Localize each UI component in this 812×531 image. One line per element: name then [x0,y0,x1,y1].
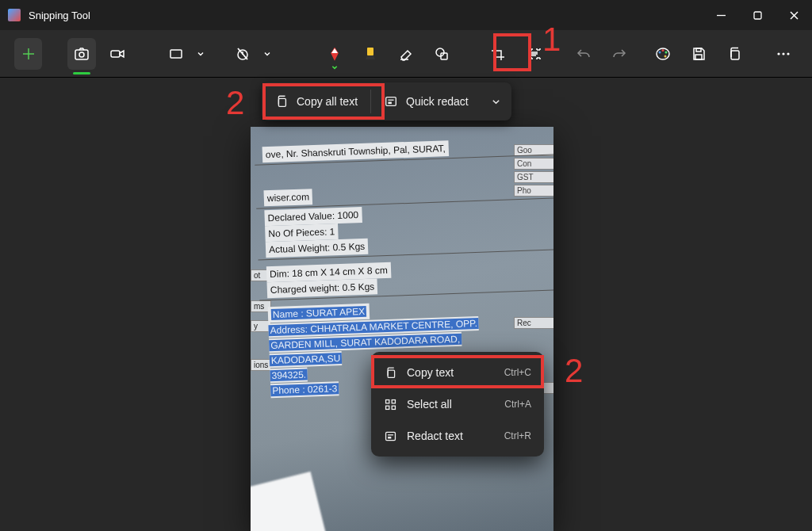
paper-corner [251,472,327,531]
toolbar [0,30,812,78]
context-select-all-shortcut: Ctrl+A [504,399,531,410]
context-menu: Copy text Ctrl+C Select all Ctrl+A Redac… [371,352,544,457]
pen-button[interactable] [320,38,348,70]
ocr-line: wiser.com [263,189,312,206]
context-copy-label: Copy text [407,366,495,379]
svg-rect-40 [386,432,396,440]
camera-mode-button[interactable] [67,38,95,70]
ocr-line: Declared Value: 1000 [264,207,362,226]
svg-rect-6 [75,50,88,59]
svg-point-29 [783,52,785,55]
ocr-line: Charged weight: 0.5 Kgs [267,278,378,298]
svg-point-24 [665,55,667,57]
svg-point-21 [659,51,661,53]
eraser-button[interactable] [393,38,420,70]
titlebar: Snipping Tool [0,0,812,30]
svg-rect-13 [367,48,373,55]
quick-redact-label: Quick redact [406,95,469,108]
svg-rect-38 [386,406,389,409]
svg-point-15 [436,48,444,56]
svg-point-23 [665,51,668,53]
delay-button[interactable] [227,38,259,70]
chevron-down-icon [491,97,501,107]
ocr-line: Actual Weight: 0.5 Kgs [266,239,369,258]
window-title: Snipping Tool [29,10,90,21]
undo-button[interactable] [569,38,597,70]
ocr-line: KADODARA,SU [270,351,343,368]
quick-redact-button[interactable]: Quick redact [371,82,481,120]
crop-button[interactable] [485,38,512,70]
svg-point-28 [778,52,780,55]
svg-rect-39 [392,406,395,409]
svg-rect-1 [754,12,761,19]
context-select-all[interactable]: Select all Ctrl+A [376,388,539,420]
chevron-down-icon[interactable] [197,50,205,58]
minimize-button[interactable] [703,0,739,30]
shapes-button[interactable] [428,38,456,70]
svg-rect-32 [386,97,396,106]
video-mode-button[interactable] [104,38,132,70]
copy-all-text-label: Copy all text [297,95,358,108]
captured-image[interactable]: Goo Con GST Pho Rec Pho ot ms y ions ove… [251,127,553,531]
active-indicator [73,72,90,74]
save-button[interactable] [685,38,713,70]
context-copy-text[interactable]: Copy text Ctrl+C [376,357,539,388]
copy-icon [384,366,397,380]
snip-shape-button[interactable] [160,38,192,70]
svg-rect-36 [386,399,389,403]
context-select-all-label: Select all [407,398,495,411]
text-action-bar: Copy all text Quick redact [262,82,511,120]
paint-button[interactable] [649,38,676,70]
maximize-button[interactable] [739,0,776,30]
select-all-icon [384,398,397,411]
copy-all-text-button[interactable]: Copy all text [262,82,370,120]
svg-rect-37 [392,399,395,403]
svg-rect-27 [731,51,739,59]
app-icon [8,9,21,21]
highlighter-button[interactable] [357,38,385,70]
chevron-down-icon[interactable] [263,50,271,58]
redact-icon [384,430,397,443]
text-actions-button[interactable] [520,38,548,70]
new-snip-button[interactable] [14,38,42,70]
svg-point-30 [787,52,790,55]
copy-button[interactable] [721,38,749,70]
copy-icon [274,94,289,109]
canvas-area: Copy all text Quick redact Goo Con GST P… [0,78,812,531]
svg-rect-25 [696,48,701,52]
svg-rect-9 [170,50,182,58]
svg-rect-26 [695,55,702,59]
chevron-down-icon [331,64,339,71]
redact-icon [384,94,398,109]
ocr-line: Phone : 0261-3 [270,381,339,398]
svg-point-22 [662,49,665,52]
more-button[interactable] [770,38,798,70]
redo-button[interactable] [605,38,633,70]
context-redact-shortcut: Ctrl+R [504,430,531,441]
close-button[interactable] [776,0,812,30]
quick-redact-dropdown[interactable] [481,82,511,120]
svg-rect-8 [111,51,120,57]
context-redact-label: Redact text [407,430,495,442]
svg-rect-35 [388,370,395,377]
delay-group [227,38,271,70]
context-copy-shortcut: Ctrl+C [504,367,531,378]
snip-shape-group [160,38,205,70]
ocr-line: 394325. [270,368,308,384]
svg-point-7 [79,52,84,57]
svg-rect-31 [278,98,285,106]
context-redact-text[interactable]: Redact text Ctrl+R [376,420,539,452]
